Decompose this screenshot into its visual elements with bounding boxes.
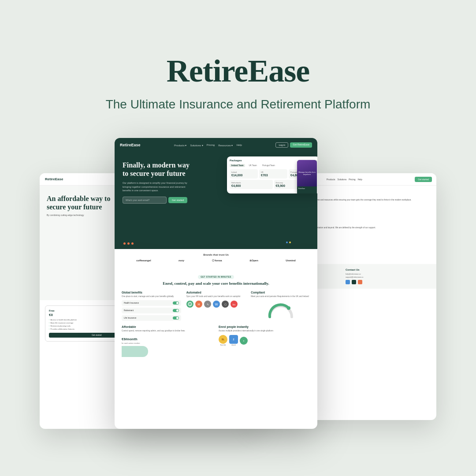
feature-desc-affordable: Control spend, remove reporting admin, a…: [122, 330, 213, 332]
hero-subtext: Our platform is designed to simplify you…: [123, 181, 191, 192]
page-title: RetireEase: [167, 53, 310, 89]
feature-desc-enrol: Access multiple providers internationall…: [219, 330, 310, 332]
hero-form: What's your work email? Get started: [123, 197, 309, 204]
right-nav-cta[interactable]: Get started: [415, 177, 432, 182]
dot-decorations-right: [286, 242, 291, 243]
footer-contact-title: Contact Us: [346, 268, 430, 271]
dc-card-value: €14,000: [231, 174, 256, 177]
dc-card-label: Ireland: [231, 171, 256, 173]
brand-unmind: Unmind: [286, 259, 295, 262]
auto-icon-1: S: [186, 301, 193, 308]
provider-zurich: Z Zurich: [229, 335, 238, 346]
feature-automated: Automated Sync your HR tools and watch y…: [186, 291, 247, 322]
nav-cta-btn[interactable]: Get RetireEase: [290, 142, 312, 148]
dc-card-value: €4,600: [231, 184, 271, 187]
team-tab-uk: UK Team: [247, 164, 258, 167]
dc-card-uk: UK €703: [259, 169, 287, 178]
mobile-mockup: Manage benefits from anywhere RetireEase: [297, 160, 317, 193]
feature-global-benefits: Global benefits One place to start, mana…: [121, 291, 182, 322]
feature-title-compliant: Compliant: [251, 291, 310, 294]
svg-text:H: H: [197, 303, 200, 306]
footer-contact-link-1[interactable]: help@retireease.co: [346, 273, 430, 275]
feature-title-affordable: Affordable: [122, 325, 213, 328]
provider-logo-sunlife: SL: [219, 335, 227, 344]
provider-logo-zurich: Z: [229, 335, 238, 344]
page-wrapper: RetireEase The Ultimate Insurance and Re…: [0, 0, 476, 476]
brands-title: Brands that trust Us: [123, 253, 309, 256]
pricing-display: €9/month for each active member: [122, 334, 213, 344]
feature-desc-global: One place to start, manage and scale you…: [122, 295, 181, 298]
svg-text:✎: ✎: [206, 303, 208, 306]
center-nav-links: Products ▾ Solutions ▾ Pricing Resources…: [174, 144, 242, 147]
left-hero-subtext: By combining cutting-edge technology: [47, 214, 108, 217]
dot-decorations: [123, 242, 134, 245]
auto-icon-2: H: [195, 301, 202, 308]
hero-cta-btn[interactable]: Get started: [168, 197, 187, 203]
toggle-switch-health[interactable]: [173, 301, 179, 305]
gauge-container: [251, 301, 310, 319]
toggle-label-retirement: Retirement: [124, 309, 134, 312]
auto-icons: S H ✎ W ⬡: [186, 301, 246, 308]
toggle-life: Life Insurance: [122, 315, 181, 321]
nav-link-pricing: Pricing: [207, 144, 215, 146]
feature-affordable: Affordable Control spend, remove reporti…: [121, 325, 214, 357]
toggle-label-life: Life Insurance: [124, 317, 136, 319]
auto-icon-6: bx: [231, 301, 238, 308]
provider-logos: SL Sun Life Z Zurich +: [219, 335, 310, 346]
right-nav-link-3: Pricing: [349, 178, 355, 181]
feature-title-global: Global benefits: [122, 291, 181, 294]
social-instagram[interactable]: [358, 280, 362, 284]
features-header: GET STARTED IN MINUTES Enrol, control, p…: [121, 271, 311, 286]
svg-point-7: [287, 306, 290, 310]
nav-link-help: Help: [237, 144, 242, 146]
mobile-screen-text: Manage benefits from anywhere: [297, 170, 317, 177]
footer-contact-link-2[interactable]: support@retireease.co: [346, 276, 430, 278]
mobile-bottom: RetireEase: [297, 186, 317, 193]
right-nav-link-4: Help: [357, 178, 362, 181]
svg-text:bx: bx: [232, 303, 235, 306]
social-twitter[interactable]: [346, 280, 350, 284]
nav-login-btn[interactable]: Log in: [275, 142, 288, 148]
affordable-price: €9/month: [122, 337, 138, 341]
hero-email-input[interactable]: What's your work email?: [123, 197, 167, 204]
toggle-retirement: Retirement: [122, 308, 181, 313]
brand-nory: nory: [178, 259, 184, 262]
brands-section: Brands that trust Us coffeeangel nory ⬡ …: [115, 249, 317, 266]
right-nav-link-1: Products: [327, 178, 335, 181]
dot-blue: [286, 242, 288, 243]
toggle-label-health: Health Insurance: [124, 302, 139, 304]
toggle-switch-life[interactable]: [173, 316, 179, 320]
dc-card-ireland: Ireland €14,000: [230, 169, 258, 178]
compliance-gauge: [268, 301, 294, 319]
dot-yellow: [289, 242, 291, 243]
page-subtitle: The Ultimate Insurance and Retirement Pl…: [106, 97, 371, 112]
brand-coffeeangel: coffeeangel: [136, 259, 151, 262]
dot-orange: [123, 242, 126, 245]
affordable-price-note: for each active member: [122, 342, 213, 344]
dc-card-label: UK: [261, 171, 286, 173]
feature-desc-compliant: Meet your auto-enrol pension Requirement…: [251, 295, 310, 298]
dc-title: Packages: [230, 159, 242, 162]
mobile-bottom-text: RetireEase: [298, 188, 316, 190]
brands-row: coffeeangel nory ⬡ fonoa &Open Unmind: [123, 259, 309, 262]
features-grid-top: Global benefits One place to start, mana…: [121, 291, 311, 322]
toggle-health: Health Insurance: [122, 300, 181, 306]
feature-desc-automated: Sync your HR tools and watch your benefi…: [186, 295, 246, 298]
social-linkedin[interactable]: [352, 280, 356, 284]
affordable-decoration: [122, 346, 148, 357]
dc-card-value: €703: [261, 174, 286, 177]
team-tab-portugal: Portugal Team: [260, 164, 277, 167]
toggle-switch-retirement[interactable]: [173, 309, 179, 312]
dc-card-netherlands: Netherlands €4,600: [230, 180, 273, 189]
left-hero-headline: An affordable way to secure your future: [47, 194, 117, 211]
right-nav-link-2: Solutions: [338, 178, 347, 181]
hero-headline: Finally, a modern way to secure your fut…: [123, 161, 193, 178]
svg-text:W: W: [215, 303, 218, 306]
dashboard-card: Packages + Invite team Ireland Team UK T…: [227, 156, 317, 193]
nav-link-solutions: Solutions ▾: [190, 144, 203, 147]
provider-dot-green: +: [240, 337, 248, 345]
screenshots-container: RetireEase Products Solutions Pricing Re…: [40, 138, 436, 438]
provider-name-sunlife: Sun Life: [220, 344, 226, 346]
features-headline: Enrol, control, pay and scale your core …: [121, 281, 311, 286]
center-nav-actions: Log in Get RetireEase: [275, 142, 312, 148]
